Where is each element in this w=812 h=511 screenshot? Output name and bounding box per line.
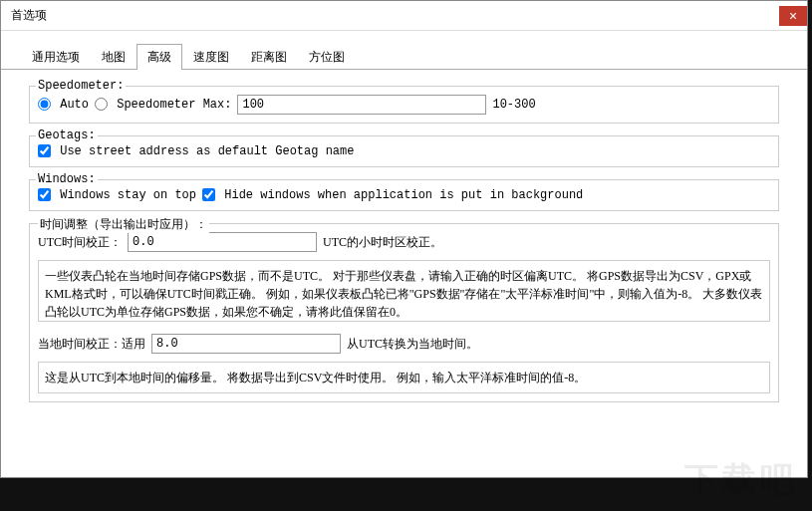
radio-auto-label[interactable]: Auto	[38, 98, 89, 112]
titlebar: 首选项 ×	[1, 1, 807, 31]
preferences-window: 首选项 × 通用选项地图高级速度图距离图方位图 Speedometer: Aut…	[0, 0, 808, 478]
checkbox-street[interactable]	[38, 144, 51, 157]
checkbox-stay-top[interactable]	[38, 188, 51, 201]
group-time-adjust: 时间调整（导出输出时应用）： UTC时间校正： UTC的小时时区校正。 一些仪表…	[29, 223, 779, 402]
checkbox-street-label[interactable]: Use street address as default Geotag nam…	[38, 144, 354, 158]
radio-max[interactable]	[95, 98, 108, 111]
window-title: 首选项	[11, 7, 47, 24]
local-correction-hint: 从UTC转换为当地时间。	[347, 336, 478, 353]
utc-description[interactable]: 一些仪表凸轮在当地时间存储GPS数据，而不是UTC。 对于那些仪表盘，请输入正确…	[38, 260, 770, 322]
utc-correction-input[interactable]	[128, 232, 317, 252]
speedometer-max-input[interactable]	[237, 95, 486, 115]
tab-4[interactable]: 距离图	[240, 44, 298, 70]
group-speedometer: Speedometer: Auto Speedometer Max: 10-30…	[29, 86, 779, 124]
tab-3[interactable]: 速度图	[182, 44, 240, 70]
radio-max-label[interactable]: Speedometer Max:	[95, 98, 231, 112]
close-button[interactable]: ×	[779, 6, 807, 26]
legend-windows: Windows:	[36, 172, 98, 186]
group-windows: Windows: Windows stay on top Hide window…	[29, 179, 779, 211]
tab-content-advanced: Speedometer: Auto Speedometer Max: 10-30…	[1, 70, 807, 412]
tab-bar: 通用选项地图高级速度图距离图方位图	[1, 31, 807, 70]
utc-correction-label: UTC时间校正：	[38, 234, 122, 251]
local-correction-label: 当地时间校正：适用	[38, 336, 145, 353]
checkbox-hide-bg[interactable]	[202, 188, 215, 201]
legend-time-adjust: 时间调整（导出输出时应用）：	[38, 216, 209, 233]
utc-correction-hint: UTC的小时时区校正。	[323, 234, 442, 251]
local-description[interactable]: 这是从UTC到本地时间的偏移量。 将数据导出到CSV文件时使用。 例如，输入太平…	[38, 362, 770, 393]
checkbox-hide-bg-label[interactable]: Hide windows when application is put in …	[202, 188, 583, 202]
speedometer-range-hint: 10-300	[492, 98, 535, 112]
close-icon: ×	[789, 8, 797, 24]
group-geotags: Geotags: Use street address as default G…	[29, 135, 779, 167]
tab-2[interactable]: 高级	[136, 44, 182, 70]
local-correction-input[interactable]	[151, 334, 341, 354]
tab-0[interactable]: 通用选项	[21, 44, 91, 70]
tab-1[interactable]: 地图	[91, 44, 136, 70]
tab-5[interactable]: 方位图	[298, 44, 356, 70]
radio-auto[interactable]	[38, 98, 51, 111]
legend-speedometer: Speedometer:	[36, 79, 126, 93]
legend-geotags: Geotags:	[36, 128, 98, 142]
checkbox-stay-top-label[interactable]: Windows stay on top	[38, 188, 196, 202]
